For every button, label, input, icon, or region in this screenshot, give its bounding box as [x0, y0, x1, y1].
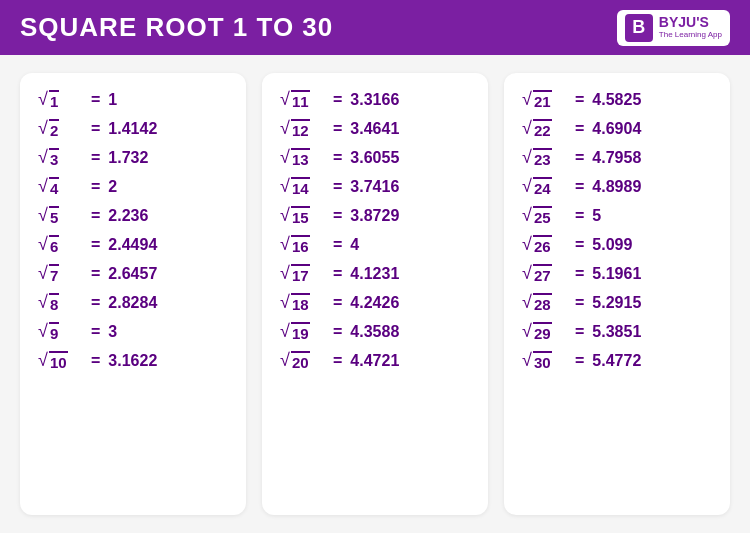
equals-sign: =	[575, 178, 584, 196]
sqrt-value: 4	[350, 236, 359, 254]
sqrt-value: 4.2426	[350, 294, 399, 312]
sqrt-value: 5.1961	[592, 265, 641, 283]
sqrt-expression: √6	[38, 234, 83, 255]
card-col-3: √21 = 4.5825 √22 = 4.6904 √23 = 4.7958 √…	[504, 73, 730, 515]
byju-logo: B BYJU'S The Learning App	[617, 10, 730, 46]
sqrt-expression: √8	[38, 292, 83, 313]
sqrt-expression: √15	[280, 205, 325, 226]
equals-sign: =	[333, 294, 342, 312]
sqrt-expression: √5	[38, 205, 83, 226]
header: SQUARE ROOT 1 TO 30 B BYJU'S The Learnin…	[0, 0, 750, 55]
sqrt-expression: √1	[38, 89, 83, 110]
table-row: √19 = 4.3588	[280, 321, 470, 342]
table-row: √22 = 4.6904	[522, 118, 712, 139]
sqrt-value: 3.1622	[108, 352, 157, 370]
table-row: √8 = 2.8284	[38, 292, 228, 313]
sqrt-expression: √26	[522, 234, 567, 255]
sqrt-value: 2	[108, 178, 117, 196]
equals-sign: =	[575, 323, 584, 341]
equals-sign: =	[575, 91, 584, 109]
equals-sign: =	[575, 352, 584, 370]
table-row: √16 = 4	[280, 234, 470, 255]
table-row: √18 = 4.2426	[280, 292, 470, 313]
table-row: √25 = 5	[522, 205, 712, 226]
sqrt-value: 5.099	[592, 236, 632, 254]
table-row: √17 = 4.1231	[280, 263, 470, 284]
table-row: √23 = 4.7958	[522, 147, 712, 168]
table-row: √21 = 4.5825	[522, 89, 712, 110]
sqrt-value: 2.6457	[108, 265, 157, 283]
equals-sign: =	[91, 236, 100, 254]
sqrt-expression: √21	[522, 89, 567, 110]
sqrt-expression: √20	[280, 350, 325, 371]
sqrt-value: 3.8729	[350, 207, 399, 225]
table-row: √15 = 3.8729	[280, 205, 470, 226]
equals-sign: =	[333, 323, 342, 341]
table-row: √10 = 3.1622	[38, 350, 228, 371]
equals-sign: =	[91, 294, 100, 312]
sqrt-value: 4.8989	[592, 178, 641, 196]
sqrt-value: 4.1231	[350, 265, 399, 283]
equals-sign: =	[575, 294, 584, 312]
sqrt-expression: √2	[38, 118, 83, 139]
sqrt-value: 1	[108, 91, 117, 109]
sqrt-value: 3.3166	[350, 91, 399, 109]
sqrt-expression: √27	[522, 263, 567, 284]
table-row: √20 = 4.4721	[280, 350, 470, 371]
sqrt-expression: √28	[522, 292, 567, 313]
sqrt-expression: √10	[38, 350, 83, 371]
equals-sign: =	[333, 120, 342, 138]
table-row: √28 = 5.2915	[522, 292, 712, 313]
sqrt-value: 1.732	[108, 149, 148, 167]
logo-byju-label: BYJU'S	[659, 15, 722, 30]
sqrt-value: 2.8284	[108, 294, 157, 312]
sqrt-expression: √16	[280, 234, 325, 255]
equals-sign: =	[91, 207, 100, 225]
sqrt-value: 2.4494	[108, 236, 157, 254]
sqrt-expression: √12	[280, 118, 325, 139]
sqrt-expression: √9	[38, 321, 83, 342]
table-row: √11 = 3.3166	[280, 89, 470, 110]
sqrt-expression: √3	[38, 147, 83, 168]
sqrt-value: 5.4772	[592, 352, 641, 370]
sqrt-value: 3.7416	[350, 178, 399, 196]
equals-sign: =	[575, 265, 584, 283]
sqrt-expression: √24	[522, 176, 567, 197]
equals-sign: =	[333, 178, 342, 196]
equals-sign: =	[575, 236, 584, 254]
sqrt-value: 2.236	[108, 207, 148, 225]
sqrt-value: 4.7958	[592, 149, 641, 167]
sqrt-expression: √13	[280, 147, 325, 168]
equals-sign: =	[91, 178, 100, 196]
sqrt-value: 3.4641	[350, 120, 399, 138]
table-row: √13 = 3.6055	[280, 147, 470, 168]
equals-sign: =	[333, 207, 342, 225]
table-row: √3 = 1.732	[38, 147, 228, 168]
sqrt-expression: √7	[38, 263, 83, 284]
sqrt-value: 4.4721	[350, 352, 399, 370]
sqrt-expression: √19	[280, 321, 325, 342]
page-title: SQUARE ROOT 1 TO 30	[20, 12, 333, 43]
sqrt-value: 3.6055	[350, 149, 399, 167]
sqrt-value: 3	[108, 323, 117, 341]
equals-sign: =	[91, 149, 100, 167]
logo-sub-label: The Learning App	[659, 31, 722, 40]
equals-sign: =	[333, 352, 342, 370]
sqrt-expression: √23	[522, 147, 567, 168]
table-row: √5 = 2.236	[38, 205, 228, 226]
sqrt-value: 5.2915	[592, 294, 641, 312]
equals-sign: =	[333, 265, 342, 283]
logo-text: BYJU'S The Learning App	[659, 15, 722, 39]
sqrt-expression: √14	[280, 176, 325, 197]
table-row: √2 = 1.4142	[38, 118, 228, 139]
sqrt-expression: √25	[522, 205, 567, 226]
table-row: √14 = 3.7416	[280, 176, 470, 197]
sqrt-expression: √11	[280, 89, 325, 110]
sqrt-expression: √17	[280, 263, 325, 284]
sqrt-expression: √18	[280, 292, 325, 313]
table-row: √12 = 3.4641	[280, 118, 470, 139]
sqrt-expression: √22	[522, 118, 567, 139]
sqrt-value: 1.4142	[108, 120, 157, 138]
table-row: √30 = 5.4772	[522, 350, 712, 371]
equals-sign: =	[91, 352, 100, 370]
